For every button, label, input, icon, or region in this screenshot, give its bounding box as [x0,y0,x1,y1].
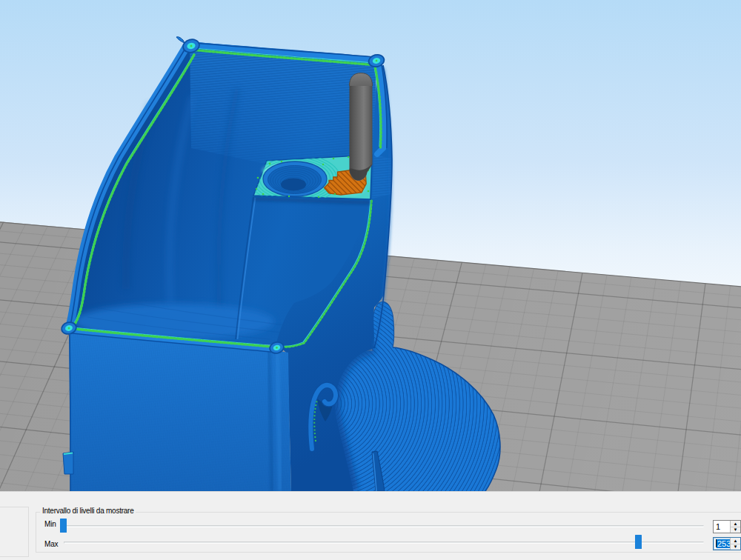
deck-part-part [368,190,370,193]
layer-range-panel: ▼ s Intervallo di livelli da mostrare Mi… [0,491,741,560]
3d-preview-viewport[interactable] [0,0,741,491]
min-label: Min [44,520,56,528]
left-groupbox: ▼ s [0,507,29,557]
min-slider-track[interactable] [64,525,704,527]
deck-part-part [318,196,320,199]
deck-part-part [256,188,257,190]
deck-part-part [288,196,290,197]
groupbox-title: Intervallo di livelli da mostrare [40,507,136,515]
support-cylinder-part [350,83,373,181]
max-label: Max [44,540,58,548]
min-spin-buttons: ▲ ▼ [730,521,740,533]
slicer-window: ▼ s Intervallo di livelli da mostrare Mi… [0,0,741,560]
max-spin-down-button[interactable]: ▼ [731,544,740,550]
deck-part-part [262,193,265,196]
deck-part-part [281,161,282,162]
deck-part-part [257,177,259,179]
deck-part-part [334,193,336,195]
min-spin-value[interactable]: 1 [716,522,720,532]
deck-part-part [322,164,324,165]
min-slider[interactable] [60,519,708,533]
max-slider[interactable] [60,535,708,549]
min-slider-thumb[interactable] [60,519,67,533]
deck-part [281,179,306,191]
printed-model-part [372,155,391,199]
3d-preview-viewport-part [0,0,741,491]
side-tab [63,452,73,474]
max-spinbox: 253 ▲ ▼ [713,537,741,550]
support-cylinder [350,73,373,181]
deck-part-part [333,158,335,160]
max-slider-track[interactable] [64,541,704,544]
side-tab-part [63,452,73,474]
min-spinbox: 1 ▲ ▼ [713,520,741,533]
deck-part-part [269,163,271,165]
printed-model-part [70,335,291,491]
deck-part-part [348,156,349,158]
max-spin-buttons: ▲ ▼ [730,538,740,550]
max-slider-thumb[interactable] [635,535,642,549]
min-spin-down-button[interactable]: ▼ [731,527,740,533]
